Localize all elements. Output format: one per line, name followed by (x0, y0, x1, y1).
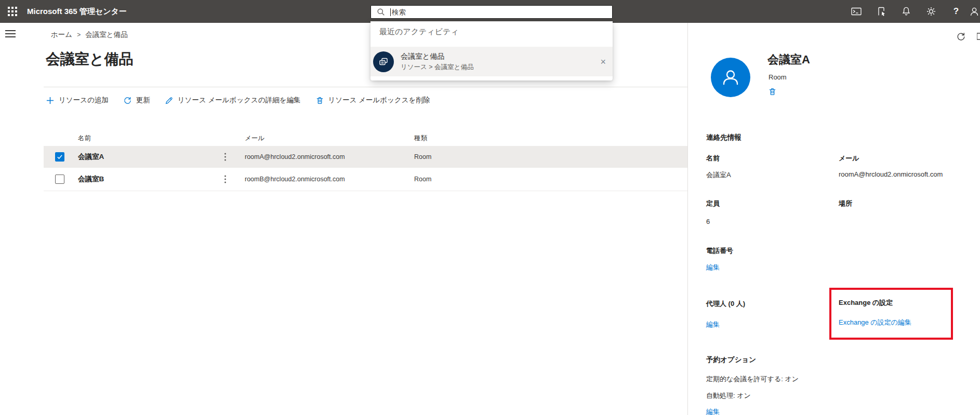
red-annotation-box (829, 288, 953, 340)
exchange-settings-edit-link[interactable]: Exchange の設定の編集 (839, 318, 911, 327)
breadcrumb-home[interactable]: ホーム (51, 30, 72, 39)
panel-refresh-button[interactable] (952, 28, 970, 45)
email-label: メール (839, 154, 859, 163)
panel-partial-icon[interactable] (977, 32, 980, 41)
email-value: roomA@hrcloud2.onmicrosoft.com (839, 170, 943, 178)
gear-icon (926, 6, 936, 17)
cut-off-icon (977, 32, 980, 41)
check-icon (57, 154, 63, 160)
remove-recent-item-button[interactable]: × (600, 57, 606, 66)
booking-autoprocess-value: 自動処理: オン (706, 391, 751, 400)
add-resource-button[interactable]: リソースの追加 (46, 96, 109, 105)
add-resource-label: リソースの追加 (59, 96, 109, 105)
nav-menu-button[interactable] (5, 28, 20, 39)
cell-type: Room (414, 153, 431, 160)
search-box[interactable] (370, 5, 613, 19)
exchange-settings-label: Exchange の設定 (839, 298, 893, 307)
feedback-button[interactable] (869, 0, 894, 23)
capacity-label: 定員 (706, 199, 720, 208)
refresh-icon (123, 96, 132, 105)
cell-type: Room (414, 176, 431, 183)
cell-email: roomB@hrcloud2.onmicrosoft.com (245, 176, 345, 183)
header-email[interactable]: メール (245, 134, 264, 143)
person-icon (720, 67, 741, 88)
bell-icon (901, 6, 911, 17)
page-title: 会議室と備品 (46, 49, 134, 69)
divider (44, 87, 687, 87)
more-options-icon[interactable] (224, 153, 226, 161)
delegates-edit-link[interactable]: 編集 (706, 320, 720, 329)
panel-subtitle: Room (769, 73, 787, 81)
recent-activity-header: 最近のアクティビティ (379, 27, 459, 37)
panel-delete-button[interactable] (765, 85, 779, 98)
rooms-equipment-icon-circle (373, 51, 394, 72)
recent-activity-path: リソース > 会議室と備品 (401, 63, 473, 72)
booking-recurring-value: 定期的な会議を許可する: オン (706, 374, 799, 384)
name-label: 名前 (706, 154, 720, 163)
settings-button[interactable] (919, 0, 944, 23)
chevron-right-icon: > (77, 31, 81, 38)
pencil-icon (165, 96, 174, 105)
cell-name[interactable]: 会議室B (78, 175, 104, 184)
table-row-room-b[interactable]: 会議室B roomB@hrcloud2.onmicrosoft.com Room (44, 168, 687, 191)
plus-icon (46, 96, 55, 105)
delete-resource-label: リソース メールボックスを削除 (328, 96, 430, 105)
phone-label: 電話番号 (706, 246, 733, 256)
edit-resource-button[interactable]: リソース メールボックスの詳細を編集 (165, 96, 301, 105)
more-options-icon[interactable] (224, 176, 226, 183)
delete-resource-button[interactable]: リソース メールボックスを削除 (315, 96, 430, 105)
phone-edit-link[interactable]: 編集 (706, 263, 720, 272)
close-icon: × (600, 57, 606, 67)
panel-title: 会議室A (767, 52, 810, 68)
trash-icon (768, 87, 777, 96)
account-button[interactable] (969, 0, 980, 23)
help-button[interactable]: ? (944, 0, 969, 23)
feedback-icon (877, 7, 886, 17)
row-checkbox-unchecked[interactable] (55, 175, 64, 184)
waffle-icon (8, 7, 17, 16)
name-value: 会議室A (706, 170, 731, 180)
booking-options-header: 予約オプション (706, 355, 756, 365)
delegates-label: 代理人 (0 人) (706, 299, 745, 309)
command-toolbar: リソースの追加 更新 リソース メールボックスの詳細を編集 リソース メールボッ… (46, 93, 430, 107)
account-avatar-icon (969, 6, 980, 17)
edit-resource-label: リソース メールボックスの詳細を編集 (178, 96, 301, 105)
breadcrumb: ホーム > 会議室と備品 (51, 30, 127, 39)
breadcrumb-current: 会議室と備品 (85, 30, 127, 39)
rooms-equipment-icon (378, 56, 389, 68)
search-icon (377, 8, 385, 16)
booking-edit-link[interactable]: 編集 (706, 407, 720, 415)
help-icon: ? (953, 6, 959, 17)
location-label: 場所 (839, 199, 852, 208)
cloud-shell-button[interactable] (844, 0, 869, 23)
app-title: Microsoft 365 管理センター (27, 7, 127, 17)
table-header-row: 名前 メール 種類 (44, 130, 687, 145)
refresh-label: 更新 (136, 96, 150, 105)
refresh-button[interactable]: 更新 (123, 96, 150, 105)
header-name[interactable]: 名前 (78, 134, 91, 143)
recent-activity-texts: 会議室と備品 リソース > 会議室と備品 (401, 52, 473, 72)
notifications-button[interactable] (894, 0, 919, 23)
trash-icon (315, 96, 324, 105)
details-panel: 会議室A Room 連絡先情報 名前 会議室A メール roomA@hrclou… (687, 23, 980, 415)
cell-name[interactable]: 会議室A (78, 152, 104, 162)
header-type[interactable]: 種類 (414, 134, 427, 143)
topbar-icon-group: ? (844, 0, 980, 23)
search-suggestions-dropdown: 最近のアクティビティ 会議室と備品 リソース > 会議室と備品 × (370, 21, 613, 81)
table-row-room-a[interactable]: 会議室A roomA@hrcloud2.onmicrosoft.com Room (44, 146, 687, 168)
contact-info-header: 連絡先情報 (706, 133, 741, 142)
cell-email: roomA@hrcloud2.onmicrosoft.com (245, 153, 345, 160)
capacity-value: 6 (706, 218, 710, 225)
refresh-icon (956, 32, 966, 42)
search-input[interactable] (391, 8, 612, 16)
room-avatar (711, 58, 750, 97)
terminal-icon (851, 7, 862, 16)
row-checkbox-checked[interactable] (55, 152, 64, 162)
app-launcher-button[interactable] (0, 0, 25, 23)
recent-activity-title: 会議室と備品 (401, 52, 473, 61)
hamburger-icon (5, 30, 16, 31)
recent-activity-item[interactable]: 会議室と備品 リソース > 会議室と備品 × (370, 47, 613, 76)
